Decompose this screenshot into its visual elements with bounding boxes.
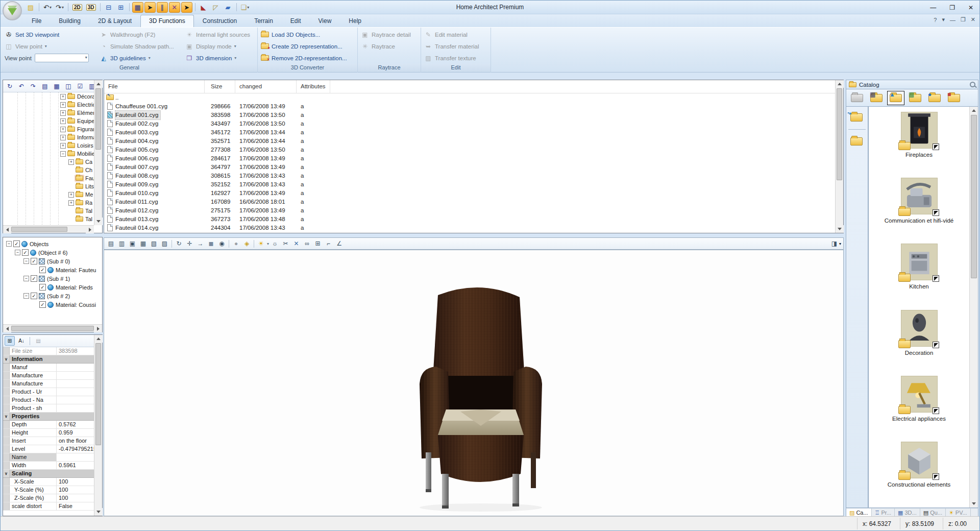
file-row[interactable]: Fauteuil 010.cyg16292717/06/2008 13:49a <box>104 189 835 198</box>
help-caret-icon[interactable]: ▾ <box>942 16 945 23</box>
file-row[interactable]: Fauteuil 011.cyg16708916/06/2008 18:01a <box>104 198 835 206</box>
catalog-tree-vscrollbar[interactable] <box>94 80 102 225</box>
property-row-product-na[interactable]: Product - Na <box>3 396 94 404</box>
grid-icon[interactable]: ⊞ <box>313 239 323 249</box>
file-row[interactable]: Fauteuil 009.cyg35215217/06/2008 13:43a <box>104 180 835 189</box>
property-row-manuf[interactable]: Manuf <box>3 364 94 372</box>
ribbon-item-remove-2d-representation-[interactable]: ✕Remove 2D-representation... <box>258 53 357 63</box>
property-value[interactable]: 0.5762 <box>57 421 94 428</box>
walk-view-icon[interactable]: → <box>195 239 205 249</box>
file-row[interactable]: Fauteuil 003.cyg34517217/06/2008 13:44a <box>104 128 835 137</box>
property-section-information[interactable]: ∨Information <box>3 355 94 364</box>
catalog-item-decoration[interactable]: Decoration <box>869 310 969 376</box>
property-row-width[interactable]: Width0.5961 <box>3 462 94 470</box>
3d-viewport[interactable] <box>104 250 844 516</box>
property-section-properties[interactable]: ∨Properties <box>3 413 94 421</box>
menu-tab-terrain[interactable]: Terrain <box>246 15 282 27</box>
tree-expand-toggle[interactable]: + <box>68 192 74 198</box>
file-row[interactable]: Chauffeuse 001.cyg29866617/06/2008 13:49… <box>104 102 835 111</box>
ribbon-item-3d-guidelines[interactable]: ◭3D guidelines▾ <box>96 53 182 63</box>
properties-vscrollbar[interactable] <box>94 335 102 516</box>
property-value[interactable] <box>57 404 94 412</box>
menu-tab-file[interactable]: File <box>23 15 50 27</box>
folder-globe-icon[interactable]: ● <box>926 91 943 105</box>
ribbon-item-create-2d-representation-[interactable]: ●Create 2D representation... <box>258 41 357 52</box>
dropdown-caret-icon[interactable]: ▾ <box>149 56 151 60</box>
objects-tree-item-material-pieds[interactable]: ✓Material: Pieds <box>4 283 101 292</box>
menu-tab-3d-functions[interactable]: 3D Functions <box>140 15 194 27</box>
column-header-file[interactable]: File <box>104 80 205 93</box>
section-collapse-icon[interactable]: ∨ <box>3 355 10 363</box>
property-row-insert[interactable]: Inserton the floor <box>3 437 94 445</box>
visibility-checkbox[interactable]: ✓ <box>31 275 37 282</box>
file-list-vscrollbar[interactable] <box>835 80 843 233</box>
tree-item-equipe[interactable]: +Equipe <box>3 117 94 125</box>
display-textured-icon[interactable]: ▦ <box>138 239 148 249</box>
details-view-icon[interactable]: ▤ <box>40 81 50 91</box>
file-row[interactable]: Fauteuil 006.cyg28461717/06/2008 13:49a <box>104 154 835 163</box>
property-value[interactable] <box>57 380 94 388</box>
catalog-item-communication-et-hifi-vid-[interactable]: Communication et hifi-vidé <box>869 178 969 244</box>
file-row[interactable]: Fauteuil 012.cyg27517517/06/2008 13:49a <box>104 206 835 215</box>
tree-item-ca[interactable]: +Ca <box>3 158 94 166</box>
property-value[interactable]: 0.5961 <box>57 462 94 469</box>
visibility-checkbox[interactable]: ✓ <box>39 301 46 308</box>
file-row[interactable]: Fauteuil 007.cyg36479717/06/2008 13:49a <box>104 163 835 172</box>
orbit-view-icon[interactable]: ↻ <box>174 239 184 249</box>
objects-tree-item--sub-2-[interactable]: −✓(Sub # 2) <box>4 292 101 300</box>
property-row-manufacture[interactable]: Manufacture <box>3 380 94 388</box>
property-row-scale-distort[interactable]: scale distortFalse <box>3 502 94 511</box>
window-minimize-button[interactable]: — <box>927 4 939 11</box>
tree-expand-toggle[interactable]: − <box>23 293 29 299</box>
file-row[interactable]: Fauteuil 005.cyg27730817/06/2008 13:50a <box>104 146 835 154</box>
objects-tree-hscrollbar[interactable] <box>3 324 102 332</box>
display-shaded-icon[interactable]: ▧ <box>149 239 159 249</box>
display-realistic-icon[interactable]: ▨ <box>160 239 169 249</box>
filter-icon[interactable]: ☑ <box>75 81 85 91</box>
column-header-size[interactable]: Size <box>205 80 235 93</box>
tree-item-fau[interactable]: Fau <box>3 174 94 182</box>
folder-picture-icon[interactable]: ▩ <box>906 91 924 105</box>
property-value[interactable] <box>57 453 94 461</box>
display-solid-icon[interactable]: ▣ <box>128 239 137 249</box>
save-image-icon[interactable]: ◼ <box>206 239 216 249</box>
tree-expand-toggle[interactable]: − <box>15 250 20 255</box>
ribbon-item-3d-dimension[interactable]: ❒3D dimension▾ <box>182 53 255 63</box>
cut-icon[interactable]: ✂ <box>281 239 290 249</box>
menu-tab-construction[interactable]: Construction <box>194 15 246 27</box>
menu-tab-edit[interactable]: Edit <box>282 15 310 27</box>
display-wireframe-icon[interactable]: ▤ <box>106 239 116 249</box>
visibility-checkbox[interactable]: ✓ <box>22 249 29 256</box>
window-close-button[interactable]: ✕ <box>965 4 976 11</box>
rotate-right-icon[interactable]: ↷ <box>28 81 38 91</box>
objects-tree-item-objects[interactable]: −✓Objects <box>4 239 101 248</box>
categorized-view-icon[interactable]: ⊞ <box>5 336 15 346</box>
property-row-product-sh[interactable]: Product - sh <box>3 404 94 413</box>
tree-item-tal[interactable]: Tal <box>3 207 94 215</box>
app-logo-icon[interactable] <box>3 1 22 20</box>
property-value[interactable]: 100 <box>57 494 94 502</box>
file-row[interactable]: Fauteuil 014.cyg24430417/06/2008 13:43a <box>104 224 835 232</box>
property-section-scaling[interactable]: ∨Scaling <box>3 470 94 478</box>
property-row-manufacture[interactable]: Manufacture <box>3 372 94 380</box>
light-icon[interactable]: ☀ <box>256 239 266 249</box>
menu-tab-building[interactable]: Building <box>50 15 89 27</box>
tree-expand-toggle[interactable]: + <box>60 110 66 116</box>
viewpoint-combobox[interactable] <box>35 54 89 62</box>
menu-tab-2d-layout[interactable]: 2D & Layout <box>89 15 140 27</box>
property-row-file-size[interactable]: File size383598 <box>3 347 94 355</box>
property-row-name[interactable]: Name <box>3 453 94 462</box>
catalog-item-fireplaces[interactable]: Fireplaces <box>869 112 969 178</box>
tree-item-informa[interactable]: +Informa <box>3 133 94 141</box>
tree-item-loisirs[interactable]: +Loisirs <box>3 141 94 150</box>
tree-item-electric[interactable]: +Electric <box>3 101 94 109</box>
property-value[interactable] <box>57 388 94 396</box>
dropdown-caret-icon[interactable]: ▾ <box>839 242 841 246</box>
tree-item-ch[interactable]: Ch <box>3 166 94 174</box>
thumbnails-view-icon[interactable]: ▦ <box>52 81 62 91</box>
refresh-icon[interactable]: ↻ <box>5 81 15 91</box>
visibility-checkbox[interactable]: ✓ <box>13 240 20 247</box>
property-value[interactable]: False <box>57 502 94 510</box>
section-collapse-icon[interactable]: ∨ <box>3 470 10 477</box>
objects-tree-item--sub-0-[interactable]: −✓(Sub # 0) <box>4 257 101 266</box>
